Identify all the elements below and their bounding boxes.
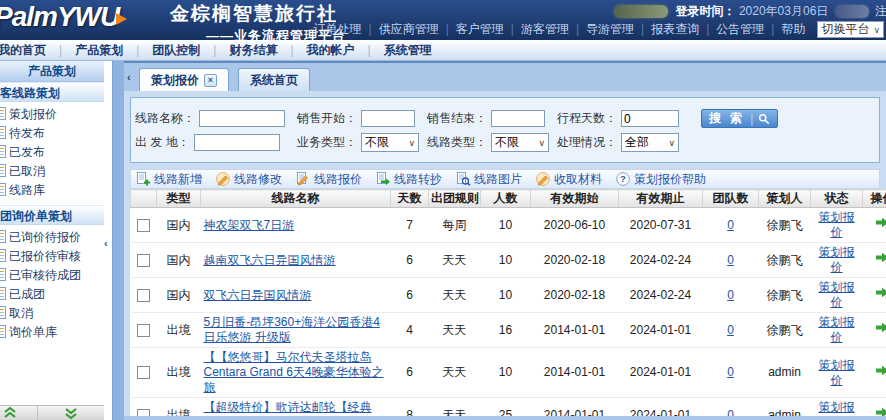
teams-count-link[interactable]: 0	[727, 218, 734, 232]
horizontal-scroll-strip[interactable]	[124, 416, 886, 420]
route-edit-button[interactable]: 线路修改	[216, 171, 282, 188]
sidebar-item-label: 取消	[9, 306, 33, 320]
menu-separator: |	[641, 22, 644, 36]
sidebar-item-label: 询价单库	[9, 325, 57, 339]
departure-rule-cell: 每周	[429, 208, 481, 243]
teams-count-link[interactable]: 0	[727, 365, 734, 379]
top-menu-item[interactable]: 供应商管理	[379, 22, 439, 36]
logout-link[interactable]: 注销	[875, 4, 886, 18]
status-link[interactable]: 策划报价	[819, 315, 855, 344]
nav-item[interactable]: 财务结算	[216, 40, 290, 61]
teams-count-link[interactable]: 0	[727, 323, 734, 337]
route-add-button[interactable]: 线路新增	[136, 171, 202, 188]
top-menu-item[interactable]: 游客管理	[521, 22, 569, 36]
days-cell: 4	[391, 313, 429, 348]
search-button-label: 搜 索	[709, 110, 745, 127]
top-menu-item[interactable]: 订单处理	[314, 22, 362, 36]
top-menu-item[interactable]: 公告管理	[716, 22, 764, 36]
route-name-link[interactable]: 【【悠悠哥】马尔代夫圣塔拉岛 Centara Grand 6天4晚豪华体验之旅	[204, 350, 384, 394]
platform-switch-select[interactable]: 切换平台∨	[817, 21, 884, 38]
go-operation-button[interactable]	[875, 364, 886, 382]
sidebar-item[interactable]: 已取消	[0, 162, 104, 181]
row-checkbox[interactable]	[137, 324, 150, 337]
sidebar-item[interactable]: 策划报价	[0, 105, 104, 124]
route-type-select[interactable]: 不限∨	[491, 133, 549, 152]
tab-system-home[interactable]: 系统首页	[238, 68, 310, 91]
trip-days-field[interactable]	[621, 110, 679, 127]
row-checkbox[interactable]	[137, 289, 150, 302]
column-header: 天数	[391, 190, 429, 208]
sidebar-item-label: 已成团	[9, 287, 45, 301]
menu-separator: |	[446, 22, 449, 36]
route-name-link[interactable]: 5月旧番-昂坪360+海洋公园香港4日乐悠游 升级版	[204, 315, 380, 344]
sidebar-item[interactable]: 已审核待成团	[0, 266, 104, 285]
search-button[interactable]: 搜 索|	[701, 109, 778, 128]
nav-item[interactable]: 我的首页	[0, 40, 59, 61]
sale-end-field[interactable]	[491, 110, 545, 127]
status-link[interactable]: 策划报价	[819, 210, 855, 239]
scroll-up-button[interactable]	[0, 406, 38, 420]
pax-cell: 10	[481, 278, 531, 313]
process-status-select[interactable]: 全部∨	[621, 133, 679, 152]
status-cell: 策划报价	[811, 313, 863, 348]
sidebar-item[interactable]: 已成团	[0, 285, 104, 304]
route-image-button[interactable]: 线路图片	[456, 171, 522, 188]
top-menu-item[interactable]: 报表查询	[651, 22, 699, 36]
top-menu-item[interactable]: 帮助	[781, 22, 805, 36]
tab-strip: ‹ 策划报价系统首页	[124, 61, 886, 91]
go-operation-button[interactable]	[875, 321, 886, 339]
menu-separator: |	[706, 22, 709, 36]
tab-scroll-left-icon[interactable]: ‹	[127, 71, 131, 83]
route-name-link[interactable]: 神农架双飞7日游	[204, 218, 295, 232]
go-operation-button[interactable]	[875, 286, 886, 304]
nav-item[interactable]: 系统管理	[371, 40, 445, 61]
top-menu-item[interactable]: 客户管理	[456, 22, 504, 36]
sidebar-item[interactable]: 询价单库	[0, 323, 104, 342]
status-link[interactable]: 策划报价	[819, 245, 855, 274]
route-name-link[interactable]: 双飞六日异国风情游	[204, 288, 312, 302]
nav-item[interactable]: 我的帐户	[294, 40, 368, 61]
nav-item[interactable]: 产品策划	[62, 40, 136, 61]
sidebar-item[interactable]: 已发布	[0, 143, 104, 162]
document-icon	[0, 107, 6, 120]
business-type-select[interactable]: 不限∨	[361, 133, 419, 152]
column-header: 策划人	[759, 190, 811, 208]
route-copy-button[interactable]: 线路转抄	[376, 171, 442, 188]
nav-item[interactable]: 团队控制	[139, 40, 213, 61]
status-link[interactable]: 策划报价	[819, 280, 855, 309]
sidebar-item[interactable]: 取消	[0, 304, 104, 323]
scroll-down-button[interactable]	[38, 406, 104, 420]
days-cell: 6	[391, 278, 429, 313]
sidebar-item[interactable]: 已报价待审核	[0, 247, 104, 266]
sidebar-item[interactable]: 线路库	[0, 181, 104, 200]
departure-field[interactable]	[194, 134, 280, 151]
go-operation-button[interactable]	[875, 216, 886, 234]
sale-start-field[interactable]	[361, 110, 415, 127]
row-checkbox[interactable]	[137, 366, 150, 379]
tab-planning-quote[interactable]: 策划报价	[139, 68, 229, 91]
teams-count-link[interactable]: 0	[727, 253, 734, 267]
row-checkbox[interactable]	[137, 219, 150, 232]
quote-help-button[interactable]: ?策划报价帮助	[616, 171, 706, 188]
sidebar-collapse-gap: ‹	[104, 61, 112, 420]
route-name-field[interactable]	[199, 110, 285, 127]
teams-cell: 0	[703, 208, 759, 243]
top-banner: PalmYWU 金棕榈智慧旅行社 ——业务流程管理平台 登录时间： 2020年0…	[0, 0, 886, 40]
route-name-link[interactable]: 越南双飞六日异国风情游	[204, 253, 336, 267]
route-quote-button[interactable]: 线路报价	[296, 171, 362, 188]
panel-splitter[interactable]	[112, 61, 124, 420]
top-menu-item[interactable]: 导游管理	[586, 22, 634, 36]
tab-close-icon[interactable]	[204, 74, 217, 87]
collapse-sidebar-arrow-icon[interactable]: ‹	[104, 237, 108, 249]
teams-count-link[interactable]: 0	[727, 288, 734, 302]
status-link[interactable]: 策划报价	[819, 358, 855, 387]
go-operation-button[interactable]	[875, 251, 886, 269]
quote-help-icon: ?	[616, 172, 631, 186]
collect-material-button[interactable]: 收取材料	[536, 171, 602, 188]
sidebar-item[interactable]: 已询价待报价	[0, 228, 104, 247]
sidebar-item[interactable]: 待发布	[0, 124, 104, 143]
field-label: 销售结束：	[427, 110, 487, 127]
field-label: 线路名称：	[135, 110, 195, 127]
row-checkbox[interactable]	[137, 254, 150, 267]
valid-from-cell: 2020-06-10	[531, 208, 619, 243]
